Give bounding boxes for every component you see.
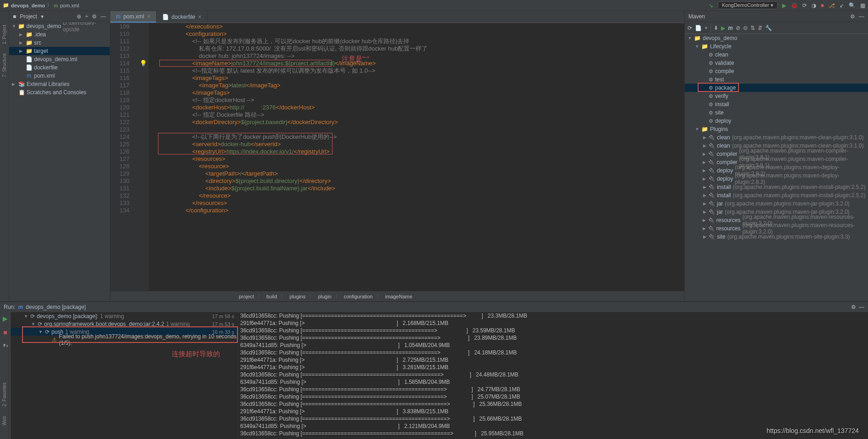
code-line[interactable]: <include>${project.build.finalName}.jar<… xyxy=(186,185,684,192)
code-line[interactable]: <dockerDirectory>${project.basedir}</doc… xyxy=(186,119,684,126)
tree-item[interactable]: 📄dockerfile xyxy=(9,63,110,72)
code-line[interactable]: </resources> xyxy=(186,200,684,207)
code-line[interactable]: <configuration> xyxy=(186,30,684,38)
code-line[interactable]: </configuration> xyxy=(186,207,684,214)
run-icon[interactable]: ▶ xyxy=(782,2,786,9)
rerun-icon[interactable]: ▶ xyxy=(3,315,8,322)
code-line[interactable]: <imageTag>latest</imageTag> xyxy=(186,82,684,89)
code-line[interactable]: </resource> xyxy=(186,192,684,200)
maven-item[interactable]: ⚙site xyxy=(685,108,868,117)
code-line[interactable]: <imageTags> xyxy=(186,74,684,82)
gear-icon[interactable]: ⚙ xyxy=(850,13,855,20)
update-icon[interactable]: ↙ xyxy=(840,2,844,9)
tree-item[interactable]: ▶📁src xyxy=(9,39,110,47)
maven-item[interactable]: ⚙clean xyxy=(685,51,868,59)
maven-item[interactable]: ▶🔌site (org.apache.maven.plugins:maven-s… xyxy=(685,233,868,241)
maven-item[interactable]: ▶🔌install (org.apache.maven.plugins:mave… xyxy=(685,191,868,200)
code-line[interactable]: <!--指定标签 默认 latest 发布的时候可以调整为发布版本号，如 1.0… xyxy=(186,67,684,74)
tree-item[interactable]: ▶📁target xyxy=(9,47,110,55)
breadcrumb-root[interactable]: devops_demo xyxy=(11,3,45,8)
maven-item[interactable]: ▼📁Plugins xyxy=(685,125,868,133)
maven-item[interactable]: ▶🔌jar (org.apache.maven.plugins:maven-ja… xyxy=(685,200,868,208)
maven-item[interactable]: ⚙deploy xyxy=(685,117,868,125)
editor-tab[interactable]: 📄dockerfile× xyxy=(157,11,208,23)
run-tree-item[interactable]: ▼⟳devops_demo [package]: 1 warning17 m 5… xyxy=(11,312,238,320)
code-line[interactable]: <targetPath>/</targetPath> xyxy=(186,170,684,177)
editor[interactable]: 1091101111121131141151161171181191201211… xyxy=(110,23,684,291)
code-line[interactable]: </executions> xyxy=(186,23,684,30)
maven-tree[interactable]: ▼📁devops_demo▼📁Lifecycle⚙clean⚙validate⚙… xyxy=(685,34,868,301)
run-maven-icon[interactable]: ▶ xyxy=(721,25,725,31)
collapse-icon[interactable]: ÷ xyxy=(85,13,88,20)
build-icon[interactable]: ↘ xyxy=(709,2,713,9)
structure-icon[interactable]: ▦ xyxy=(860,2,865,9)
stop-icon[interactable]: ■ xyxy=(821,2,824,9)
gear-icon[interactable]: ⚙ xyxy=(92,13,97,20)
close-icon[interactable]: × xyxy=(198,13,202,20)
profile-icon[interactable]: ◑ xyxy=(812,2,816,9)
code-line[interactable]: <directory>${project.build.directory}</d… xyxy=(186,177,684,185)
hide-icon[interactable]: — xyxy=(859,304,864,310)
breadcrumb-file[interactable]: pom.xml xyxy=(60,3,79,8)
collapse-icon[interactable]: ⇵ xyxy=(758,25,762,31)
generate-icon[interactable]: 📄 xyxy=(695,25,702,31)
close-icon[interactable]: × xyxy=(147,13,151,20)
code-line[interactable]: docker hub: john137724/images: --> xyxy=(186,52,684,60)
code-line[interactable]: <!-- 指定 Dockerfile 路径--> xyxy=(186,111,684,119)
project-tool[interactable]: 1: Project xyxy=(2,25,7,44)
editor-tab[interactable]: mpom.xml× xyxy=(110,11,157,23)
code-line[interactable] xyxy=(186,126,684,133)
search-icon[interactable]: 🔍 xyxy=(849,2,856,9)
tree-item[interactable]: ▼📁devops_demo D:\demo\dev-ops\de xyxy=(9,22,110,30)
code-area[interactable]: 注意是":" </executions><configuration> <!--… xyxy=(149,23,684,291)
run-config-dropdown[interactable]: KongDemoController ▾ xyxy=(718,1,778,9)
console-output[interactable]: 36cd913658cc: Pushing [=================… xyxy=(238,312,868,439)
execute-icon[interactable]: m xyxy=(728,25,733,31)
maven-item[interactable]: ⚙package xyxy=(685,84,868,92)
maven-item[interactable]: ⚙validate xyxy=(685,59,868,67)
tree-item[interactable]: 📄devops_demo.iml xyxy=(9,55,110,63)
code-breadcrumb[interactable]: project〉build〉plugins〉plugin〉configurati… xyxy=(110,291,684,301)
code-line[interactable]: <dockerHost>http:// :2376</dockerHost> xyxy=(186,104,684,111)
code-line[interactable]: <!-- 指定dockerHost --> xyxy=(186,97,684,104)
maven-item[interactable]: ⚙verify xyxy=(685,92,868,100)
code-line[interactable]: 私有仓库: 172.17.0.8:5000/ 没有开启ssl和密码认证, 否则就… xyxy=(186,45,684,52)
maven-item[interactable]: ⚙install xyxy=(685,100,868,108)
project-panel-title[interactable]: Project xyxy=(20,13,37,20)
debug-icon[interactable]: 🐞 xyxy=(791,2,798,9)
stop-icon[interactable]: ■ xyxy=(3,329,7,336)
code-line[interactable]: </imageTags> xyxy=(186,89,684,97)
bulb-icon[interactable]: 💡 xyxy=(138,60,149,67)
expand-icon[interactable]: ⇅ xyxy=(750,25,755,31)
web-tool[interactable]: Web xyxy=(2,416,7,425)
tree-item[interactable]: 📋Scratches and Consoles xyxy=(9,88,110,97)
gear-icon[interactable]: ⚙ xyxy=(851,304,856,310)
maven-item[interactable]: ▼📁devops_demo xyxy=(685,34,868,42)
settings-icon[interactable]: 🔧 xyxy=(765,25,772,31)
structure-tool[interactable]: 7: Structure xyxy=(2,53,7,77)
maven-item[interactable]: ▶🔌deploy (org.apache.maven.plugins:maven… xyxy=(685,175,868,183)
tree-item[interactable]: mpom.xml xyxy=(9,72,110,80)
run-tree[interactable]: ▼⟳devops_demo [package]: 1 warning17 m 5… xyxy=(11,312,238,439)
reload-icon[interactable]: ⟳ xyxy=(688,25,692,31)
skip-tests-icon[interactable]: ⊝ xyxy=(743,25,748,31)
coverage-icon[interactable]: ⟳ xyxy=(802,2,807,9)
git-icon[interactable]: ⎇ xyxy=(829,2,835,9)
favorites-tool[interactable]: 2: Favorites xyxy=(2,382,7,406)
select-target-icon[interactable]: ⊕ xyxy=(77,13,81,20)
project-tree[interactable]: ▼📁devops_demo D:\demo\dev-ops\de▶📁.idea▶… xyxy=(9,22,110,301)
code-line[interactable]: <resources> xyxy=(186,155,684,163)
maven-item[interactable]: ▶🔌install (org.apache.maven.plugins:mave… xyxy=(685,183,868,191)
hide-icon[interactable]: — xyxy=(859,13,864,20)
code-line[interactable]: <!-- 如果只是发布到服务器上，可以把docker hub的前缀(docker… xyxy=(186,38,684,45)
maven-item[interactable]: ▼📁Lifecycle xyxy=(685,42,868,51)
tree-item[interactable]: ▶📚External Libraries xyxy=(9,80,110,88)
hide-icon[interactable]: — xyxy=(101,13,106,20)
run-config-name[interactable]: devops_demo [package] xyxy=(26,304,86,310)
maven-item[interactable]: ▶🔌clean (org.apache.maven.plugins:maven-… xyxy=(685,133,868,142)
download-icon[interactable]: ⬇ xyxy=(714,25,718,31)
code-line[interactable]: <resource> xyxy=(186,163,684,170)
maven-item[interactable]: ⚙compile xyxy=(685,67,868,75)
add-icon[interactable]: + xyxy=(705,25,708,31)
offline-icon[interactable]: ⊘ xyxy=(736,25,740,31)
